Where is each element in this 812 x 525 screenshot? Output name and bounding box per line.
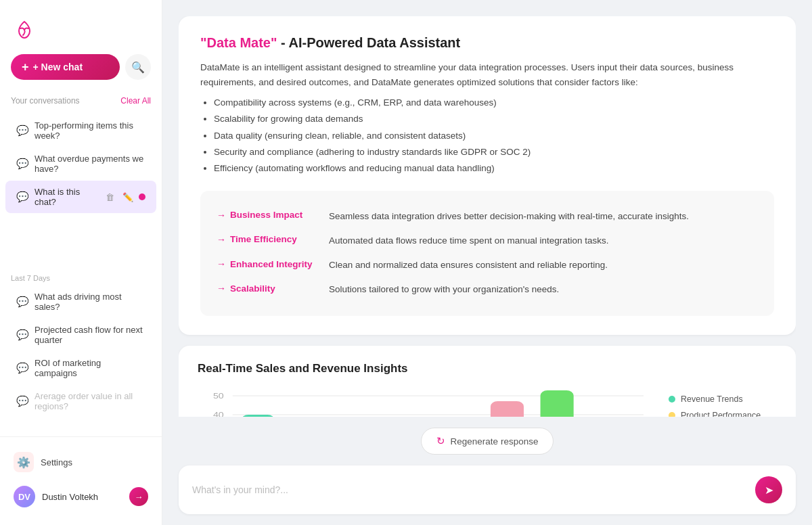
- app-logo-icon: [11, 16, 38, 43]
- send-icon: ➤: [765, 484, 773, 497]
- search-button[interactable]: 🔍: [125, 54, 151, 80]
- legend-dot-1: [669, 396, 675, 403]
- conv-label: What is this chat?: [35, 187, 97, 207]
- arrow-icon: →: [217, 258, 226, 269]
- conversation-item[interactable]: 💬 What ads driving most sales?: [5, 286, 156, 318]
- impact-desc-2: Automated data flows reduce time spent o…: [329, 234, 608, 248]
- impact-label-3: → Enhanced Integrity: [217, 258, 318, 269]
- feature-item: Efficiency (automating workflows and red…: [214, 160, 774, 177]
- legend-label-2: Product Performance: [681, 411, 761, 417]
- sidebar-bottom: ⚙️ Settings DV Dustin Voltekh →: [0, 436, 162, 514]
- impact-label-1: → Business Impact: [217, 210, 318, 221]
- edit-conv-button[interactable]: ✏️: [120, 191, 136, 204]
- last7days-conversations-list: 💬 What ads driving most sales? 💬 Project…: [0, 285, 162, 437]
- refresh-icon: ↻: [436, 435, 445, 447]
- sidebar-actions: + + New chat 🔍: [0, 54, 162, 91]
- new-chat-button[interactable]: + + New chat: [11, 54, 120, 80]
- svg-rect-18: [541, 390, 574, 417]
- message-body: DataMate is an intelligent assistant des…: [200, 60, 774, 89]
- recent-conversations-list: 💬 Top-performing items this week? 💬 What…: [0, 114, 162, 266]
- conversation-item[interactable]: 💬 ROI of marketing campaigns: [5, 352, 156, 384]
- conversation-item[interactable]: 💬 Projected cash flow for next quarter: [5, 319, 156, 351]
- logout-button[interactable]: →: [129, 487, 148, 506]
- settings-item[interactable]: ⚙️ Settings: [5, 445, 156, 479]
- feature-item: Compatibility across systems (e.g., CRM,…: [214, 95, 774, 111]
- conversation-item[interactable]: 💬 What overdue payments we have?: [5, 147, 156, 180]
- plus-icon: +: [22, 61, 29, 73]
- legend-label-1: Revenue Trends: [681, 394, 743, 404]
- chat-icon: 💬: [16, 158, 29, 170]
- settings-icon: ⚙️: [14, 452, 34, 472]
- main-content: "Data Mate" - AI-Powered Data Assistant …: [162, 0, 812, 525]
- input-card: ➤: [179, 465, 796, 514]
- impact-row-3: → Enhanced Integrity Clean and normalize…: [217, 253, 758, 277]
- title-highlight: "Data Mate": [200, 35, 277, 50]
- user-name: Dustin Voltekh: [42, 492, 98, 502]
- svg-rect-12: [242, 415, 275, 417]
- conv-label: Projected cash flow for next quarter: [35, 325, 145, 345]
- impact-row-2: → Time Efficiency Automated data flows r…: [217, 229, 758, 253]
- user-profile-item[interactable]: DV Dustin Voltekh →: [5, 479, 156, 514]
- message-card: "Data Mate" - AI-Powered Data Assistant …: [179, 16, 796, 335]
- feature-item: Data quality (ensuring clean, reliable, …: [214, 128, 774, 144]
- chat-icon: 💬: [16, 362, 29, 374]
- chart-card: Real-Time Sales and Revenue Insights 50 …: [179, 346, 796, 417]
- conversation-item-active[interactable]: 💬 What is this chat? 🗑 ✏️: [5, 181, 156, 213]
- svg-rect-17: [491, 401, 524, 417]
- sidebar: + + New chat 🔍 Your conversations Clear …: [0, 0, 162, 525]
- conversations-label: Your conversations: [11, 96, 80, 106]
- delete-conv-button[interactable]: 🗑: [103, 191, 117, 204]
- message-title: "Data Mate" - AI-Powered Data Assistant: [200, 35, 774, 51]
- conversation-item[interactable]: 💬 Top-performing items this week?: [5, 114, 156, 147]
- legend-item-2: Product Performance: [669, 411, 777, 417]
- title-suffix: - AI-Powered Data Assistant: [277, 35, 460, 50]
- arrow-icon: →: [217, 234, 226, 245]
- clear-all-button[interactable]: Clear All: [120, 96, 151, 106]
- avatar: DV: [14, 486, 35, 507]
- arrow-icon: →: [217, 283, 226, 294]
- impact-label-2: → Time Efficiency: [217, 234, 318, 245]
- impact-desc-4: Solutions tailored to grow with your org…: [329, 283, 559, 296]
- chart-area: 50 40 30 20 10 0: [198, 389, 777, 417]
- bar-chart: 50 40 30 20 10 0: [198, 389, 652, 417]
- regenerate-label: Regenerate response: [451, 436, 539, 447]
- send-button[interactable]: ➤: [755, 476, 782, 503]
- logo-area: [0, 11, 162, 54]
- feature-item: Scalability for growing data demands: [214, 111, 774, 127]
- impact-label-4: → Scalability: [217, 283, 318, 294]
- conv-label: What ads driving most sales?: [35, 292, 145, 312]
- chat-scroll-area: "Data Mate" - AI-Powered Data Assistant …: [179, 16, 796, 417]
- new-chat-label: + New chat: [33, 62, 83, 72]
- impact-desc-3: Clean and normalized data ensures consis…: [329, 258, 608, 272]
- impact-box: → Business Impact Seamless data integrat…: [200, 191, 774, 316]
- legend-item-1: Revenue Trends: [669, 394, 777, 404]
- chart-legend: Revenue Trends Product Performance Regio…: [669, 389, 777, 417]
- conversation-item[interactable]: 💬 Arerage order value in all regions?: [5, 385, 156, 417]
- conv-label: What overdue payments we have?: [35, 154, 145, 174]
- chat-icon: 💬: [16, 296, 29, 308]
- settings-label: Settings: [41, 457, 72, 467]
- legend-dot-2: [669, 412, 675, 417]
- chart-title: Real-Time Sales and Revenue Insights: [198, 362, 777, 375]
- conv-label: Top-performing items this week?: [35, 120, 145, 141]
- conv-actions: 🗑 ✏️: [103, 191, 145, 204]
- search-icon: 🔍: [131, 61, 145, 74]
- bar-chart-svg: 50 40 30 20 10 0: [198, 389, 652, 417]
- logout-icon: →: [135, 492, 143, 502]
- feature-item: Security and compliance (adhering to ind…: [214, 144, 774, 160]
- svg-text:50: 50: [213, 392, 224, 400]
- chat-icon: 💬: [16, 191, 29, 203]
- active-indicator: [139, 193, 145, 200]
- impact-desc-1: Seamless data integration drives better …: [329, 210, 689, 223]
- impact-row-1: → Business Impact Seamless data integrat…: [217, 204, 758, 229]
- regenerate-button[interactable]: ↻ Regenerate response: [421, 428, 554, 455]
- conv-label: ROI of marketing campaigns: [35, 358, 145, 378]
- arrow-icon: →: [217, 210, 226, 221]
- impact-row-4: → Scalability Solutions tailored to grow…: [217, 277, 758, 302]
- chat-input[interactable]: [192, 484, 755, 495]
- svg-text:40: 40: [213, 411, 224, 417]
- conv-label: Arerage order value in all regions?: [35, 391, 145, 411]
- chat-icon: 💬: [16, 395, 29, 407]
- chat-icon: 💬: [16, 124, 29, 137]
- feature-list: Compatibility across systems (e.g., CRM,…: [200, 95, 774, 177]
